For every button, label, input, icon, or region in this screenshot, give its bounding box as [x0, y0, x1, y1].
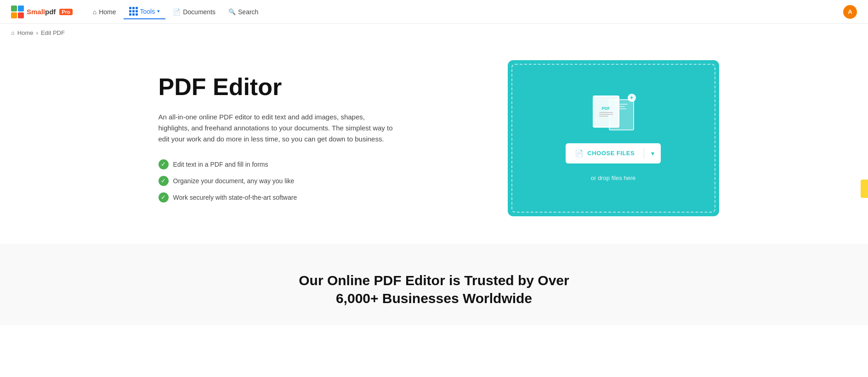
nav-search-label: Search: [238, 8, 258, 16]
left-panel: PDF Editor An all-in-one online PDF edit…: [159, 74, 434, 202]
list-item: ✓ Organize your document, any way you li…: [159, 176, 434, 186]
bottom-title: Our Online PDF Editor is Trusted by Over…: [296, 271, 572, 307]
user-avatar[interactable]: A: [843, 5, 857, 19]
logo[interactable]: Smallpdf Pro: [11, 6, 73, 18]
breadcrumb-home-link[interactable]: Home: [17, 29, 34, 36]
drop-text: or drop files here: [591, 174, 636, 181]
feature-text-2: Organize your document, any way you like: [173, 177, 295, 185]
choose-files-button[interactable]: 📄 CHOOSE FILES: [566, 143, 644, 163]
svg-rect-0: [11, 6, 17, 11]
right-panel: PDF + 📄 CHOOSE FILES ▾: [508, 60, 719, 216]
svg-rect-1: [18, 6, 24, 11]
file-icon: 📄: [575, 149, 584, 158]
nav-tools-label: Tools: [140, 8, 155, 15]
choose-files-label: CHOOSE FILES: [587, 150, 635, 157]
edit-badge: +: [628, 94, 636, 102]
home-icon: ⌂: [93, 8, 96, 16]
logo-icon: [11, 6, 24, 18]
svg-rect-3: [18, 12, 24, 18]
nav-home-label: Home: [99, 8, 116, 16]
tools-chevron-icon: ▾: [157, 8, 160, 14]
breadcrumb-separator: ›: [36, 29, 38, 36]
logo-text: Smallpdf: [27, 8, 56, 16]
logo-pro: Pro: [59, 9, 72, 15]
main-content: PDF Editor An all-in-one online PDF edit…: [113, 42, 756, 244]
feature-list: ✓ Edit text in a PDF and fill in forms ✓…: [159, 159, 434, 203]
nav-documents-label: Documents: [183, 8, 216, 16]
list-item: ✓ Work securely with state-of-the-art so…: [159, 192, 434, 203]
documents-icon: 📄: [173, 8, 181, 16]
page-description: An all-in-one online PDF editor to edit …: [159, 112, 397, 145]
upload-dropzone[interactable]: PDF + 📄 CHOOSE FILES ▾: [508, 60, 719, 216]
nav-links: ⌂ Home Tools ▾ 📄 Documents 🔍 Search: [87, 4, 843, 19]
grid-icon: [129, 7, 138, 16]
breadcrumb: ⌂ Home › Edit PDF: [0, 24, 868, 42]
breadcrumb-current: Edit PDF: [41, 29, 65, 36]
nav-search[interactable]: 🔍 Search: [223, 6, 264, 18]
feature-text-3: Work securely with state-of-the-art soft…: [173, 194, 297, 201]
pdf-doc-front: PDF: [593, 96, 619, 128]
floating-side-button[interactable]: [861, 180, 868, 198]
choose-files-dropdown[interactable]: ▾: [644, 143, 661, 163]
check-icon-1: ✓: [159, 159, 169, 169]
list-item: ✓ Edit text in a PDF and fill in forms: [159, 159, 434, 169]
navbar: Smallpdf Pro ⌂ Home Tools ▾ 📄 Documents: [0, 0, 868, 24]
nav-tools[interactable]: Tools ▾: [124, 4, 166, 19]
check-icon-3: ✓: [159, 192, 169, 203]
feature-text-1: Edit text in a PDF and fill in forms: [173, 161, 268, 168]
nav-documents[interactable]: 📄 Documents: [167, 6, 221, 18]
choose-files-button-group[interactable]: 📄 CHOOSE FILES ▾: [566, 143, 661, 163]
breadcrumb-home-icon: ⌂: [11, 29, 15, 36]
nav-home[interactable]: ⌂ Home: [87, 6, 122, 18]
page-title: PDF Editor: [159, 74, 434, 100]
search-icon: 🔍: [228, 8, 236, 15]
bottom-section: Our Online PDF Editor is Trusted by Over…: [0, 244, 868, 326]
pdf-icon-group: PDF +: [593, 96, 634, 132]
chevron-down-icon: ▾: [651, 150, 654, 157]
svg-rect-2: [11, 12, 17, 18]
check-icon-2: ✓: [159, 176, 169, 186]
